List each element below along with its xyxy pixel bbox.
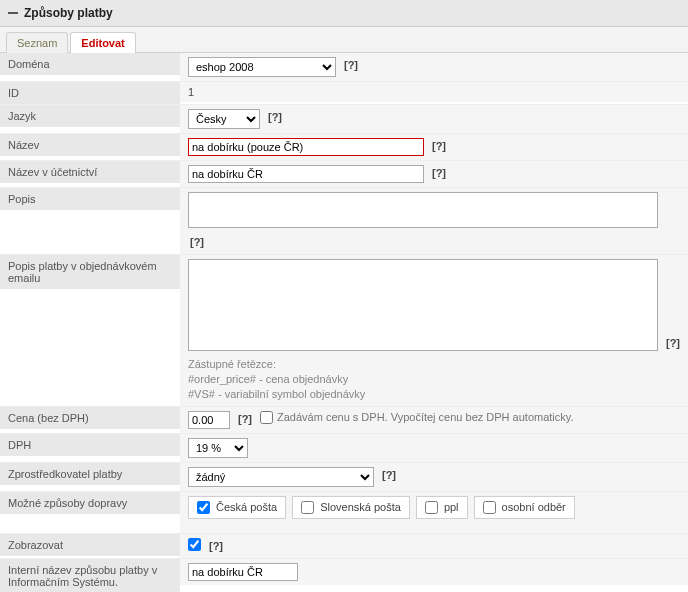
delivery-pickup-checkbox[interactable] xyxy=(483,501,496,514)
label-lang: Jazyk xyxy=(0,105,180,127)
help-icon[interactable]: [?] xyxy=(342,57,360,73)
delivery-ppl-checkbox[interactable] xyxy=(425,501,438,514)
delivery-pickup[interactable]: osobní odběr xyxy=(474,496,575,519)
help-icon[interactable]: [?] xyxy=(430,165,448,181)
delivery-cz-post-label: Česká pošta xyxy=(216,501,277,513)
desc-textarea[interactable] xyxy=(188,192,658,228)
delivery-sk-post-label: Slovenská pošta xyxy=(320,501,401,513)
label-id: ID xyxy=(0,82,180,104)
domain-select[interactable]: eshop 2008 xyxy=(188,57,336,77)
email-desc-textarea[interactable] xyxy=(188,259,658,351)
delivery-sk-post[interactable]: Slovenská pošta xyxy=(292,496,410,519)
delivery-cz-post[interactable]: Česká pošta xyxy=(188,496,286,519)
lang-select[interactable]: Česky xyxy=(188,109,260,129)
label-name: Název xyxy=(0,134,180,156)
label-internal: Interní název způsobu platby v Informačn… xyxy=(0,559,180,592)
delivery-pickup-label: osobní odběr xyxy=(502,501,566,513)
collapse-icon[interactable] xyxy=(8,8,18,18)
label-desc: Popis xyxy=(0,188,180,210)
tab-list[interactable]: Seznam xyxy=(6,32,68,53)
label-delivery: Možné způsoby dopravy xyxy=(0,492,180,514)
label-email-desc: Popis platby v objednávkovém emailu xyxy=(0,255,180,289)
id-value: 1 xyxy=(188,86,194,98)
name-input[interactable] xyxy=(188,138,424,156)
form-body: Doména eshop 2008 [?] ID 1 Jazyk Česky [… xyxy=(0,53,688,592)
provider-select[interactable]: žádný xyxy=(188,467,374,487)
price-input[interactable] xyxy=(188,411,230,429)
label-show: Zobrazovat xyxy=(0,534,180,556)
help-icon[interactable]: [?] xyxy=(207,538,225,554)
label-domain: Doména xyxy=(0,53,180,75)
help-icon[interactable]: [?] xyxy=(380,467,398,483)
delivery-cz-post-checkbox[interactable] xyxy=(197,501,210,514)
help-icon[interactable]: [?] xyxy=(236,411,254,427)
label-provider: Zprostředkovatel platby xyxy=(0,463,180,485)
help-icon[interactable]: [?] xyxy=(188,234,206,250)
price-vat-checkbox-label: Zadávám cenu s DPH. Vypočítej cenu bez D… xyxy=(277,411,574,423)
delivery-ppl-label: ppl xyxy=(444,501,459,513)
placeholders-note: Zástupné řetězce: #order_price# - cena o… xyxy=(188,357,682,402)
tabs: Seznam Editovat xyxy=(0,27,688,53)
show-checkbox[interactable] xyxy=(188,538,201,551)
acct-name-input[interactable] xyxy=(188,165,424,183)
label-price: Cena (bez DPH) xyxy=(0,407,180,429)
help-icon[interactable]: [?] xyxy=(664,335,682,351)
price-vat-checkbox[interactable] xyxy=(260,411,273,424)
delivery-ppl[interactable]: ppl xyxy=(416,496,468,519)
label-acct-name: Název v účetnictví xyxy=(0,161,180,183)
delivery-sk-post-checkbox[interactable] xyxy=(301,501,314,514)
panel-header: Způsoby platby xyxy=(0,0,688,27)
vat-select[interactable]: 19 % xyxy=(188,438,248,458)
page-title: Způsoby platby xyxy=(24,6,113,20)
help-icon[interactable]: [?] xyxy=(266,109,284,125)
internal-name-input[interactable] xyxy=(188,563,298,581)
help-icon[interactable]: [?] xyxy=(430,138,448,154)
label-vat: DPH xyxy=(0,434,180,456)
tab-edit[interactable]: Editovat xyxy=(70,32,135,53)
